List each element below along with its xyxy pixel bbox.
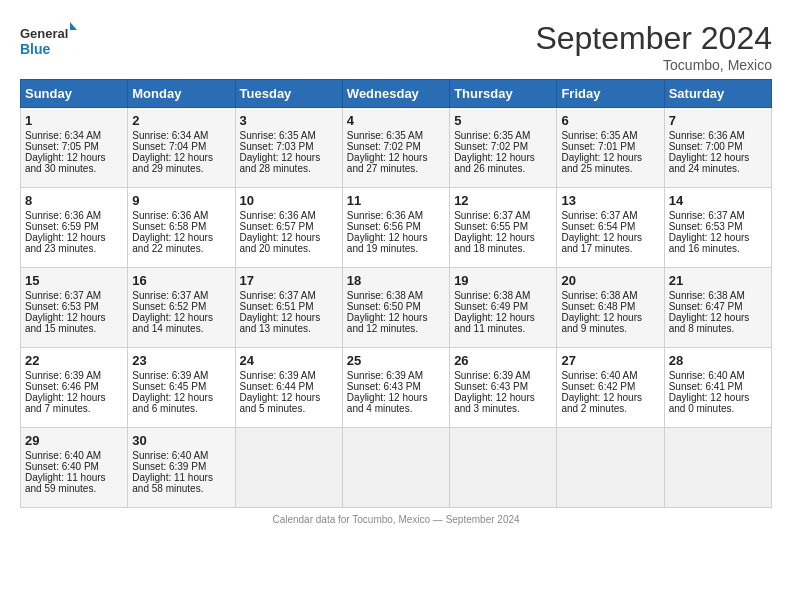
sunrise-label: Sunrise: 6:37 AM [25,290,101,301]
calendar-cell: 24Sunrise: 6:39 AMSunset: 6:44 PMDayligh… [235,348,342,428]
daylight-label: Daylight: 12 hours and 15 minutes. [25,312,106,334]
title-block: September 2024 Tocumbo, Mexico [535,20,772,73]
sunset-label: Sunset: 6:50 PM [347,301,421,312]
day-number: 27 [561,353,659,368]
sunrise-label: Sunrise: 6:38 AM [561,290,637,301]
calendar-cell: 15Sunrise: 6:37 AMSunset: 6:53 PMDayligh… [21,268,128,348]
calendar-cell: 5Sunrise: 6:35 AMSunset: 7:02 PMDaylight… [450,108,557,188]
calendar-cell: 26Sunrise: 6:39 AMSunset: 6:43 PMDayligh… [450,348,557,428]
sunset-label: Sunset: 6:48 PM [561,301,635,312]
calendar-cell: 16Sunrise: 6:37 AMSunset: 6:52 PMDayligh… [128,268,235,348]
sunrise-label: Sunrise: 6:39 AM [25,370,101,381]
sunset-label: Sunset: 6:49 PM [454,301,528,312]
day-number: 28 [669,353,767,368]
location-subtitle: Tocumbo, Mexico [535,57,772,73]
sunset-label: Sunset: 6:46 PM [25,381,99,392]
daylight-label: Daylight: 12 hours and 7 minutes. [25,392,106,414]
sunrise-label: Sunrise: 6:39 AM [347,370,423,381]
calendar-cell: 14Sunrise: 6:37 AMSunset: 6:53 PMDayligh… [664,188,771,268]
calendar-cell: 23Sunrise: 6:39 AMSunset: 6:45 PMDayligh… [128,348,235,428]
daylight-label: Daylight: 12 hours and 17 minutes. [561,232,642,254]
sunset-label: Sunset: 6:45 PM [132,381,206,392]
calendar-cell: 6Sunrise: 6:35 AMSunset: 7:01 PMDaylight… [557,108,664,188]
sunset-label: Sunset: 6:54 PM [561,221,635,232]
daylight-label: Daylight: 11 hours and 58 minutes. [132,472,213,494]
sunrise-label: Sunrise: 6:39 AM [240,370,316,381]
sunset-label: Sunset: 6:56 PM [347,221,421,232]
calendar-cell: 29Sunrise: 6:40 AMSunset: 6:40 PMDayligh… [21,428,128,508]
sunrise-label: Sunrise: 6:34 AM [132,130,208,141]
sunset-label: Sunset: 7:05 PM [25,141,99,152]
day-number: 24 [240,353,338,368]
calendar-cell: 4Sunrise: 6:35 AMSunset: 7:02 PMDaylight… [342,108,449,188]
calendar-cell: 8Sunrise: 6:36 AMSunset: 6:59 PMDaylight… [21,188,128,268]
calendar-cell: 20Sunrise: 6:38 AMSunset: 6:48 PMDayligh… [557,268,664,348]
day-number: 29 [25,433,123,448]
day-number: 4 [347,113,445,128]
calendar-cell [450,428,557,508]
month-title: September 2024 [535,20,772,57]
daylight-label: Daylight: 12 hours and 20 minutes. [240,232,321,254]
sunset-label: Sunset: 7:04 PM [132,141,206,152]
calendar-week-row: 8Sunrise: 6:36 AMSunset: 6:59 PMDaylight… [21,188,772,268]
daylight-label: Daylight: 12 hours and 24 minutes. [669,152,750,174]
day-number: 17 [240,273,338,288]
sunset-label: Sunset: 6:58 PM [132,221,206,232]
calendar-cell: 25Sunrise: 6:39 AMSunset: 6:43 PMDayligh… [342,348,449,428]
calendar-cell: 19Sunrise: 6:38 AMSunset: 6:49 PMDayligh… [450,268,557,348]
sunrise-label: Sunrise: 6:36 AM [25,210,101,221]
svg-text:Blue: Blue [20,41,51,57]
calendar-cell: 30Sunrise: 6:40 AMSunset: 6:39 PMDayligh… [128,428,235,508]
sunrise-label: Sunrise: 6:35 AM [240,130,316,141]
sunrise-label: Sunrise: 6:37 AM [561,210,637,221]
day-number: 7 [669,113,767,128]
sunrise-label: Sunrise: 6:37 AM [669,210,745,221]
daylight-label: Daylight: 12 hours and 12 minutes. [347,312,428,334]
sunrise-label: Sunrise: 6:36 AM [669,130,745,141]
col-tuesday: Tuesday [235,80,342,108]
sunset-label: Sunset: 6:39 PM [132,461,206,472]
daylight-label: Daylight: 12 hours and 6 minutes. [132,392,213,414]
calendar-week-row: 29Sunrise: 6:40 AMSunset: 6:40 PMDayligh… [21,428,772,508]
logo-svg: General Blue [20,20,80,64]
sunrise-label: Sunrise: 6:40 AM [132,450,208,461]
day-number: 16 [132,273,230,288]
col-monday: Monday [128,80,235,108]
calendar-cell: 1Sunrise: 6:34 AMSunset: 7:05 PMDaylight… [21,108,128,188]
day-number: 18 [347,273,445,288]
calendar-cell: 21Sunrise: 6:38 AMSunset: 6:47 PMDayligh… [664,268,771,348]
calendar-cell: 11Sunrise: 6:36 AMSunset: 6:56 PMDayligh… [342,188,449,268]
sunset-label: Sunset: 6:57 PM [240,221,314,232]
sunset-label: Sunset: 6:55 PM [454,221,528,232]
daylight-label: Daylight: 12 hours and 3 minutes. [454,392,535,414]
sunset-label: Sunset: 6:44 PM [240,381,314,392]
sunrise-label: Sunrise: 6:36 AM [347,210,423,221]
calendar-cell [557,428,664,508]
calendar-cell [235,428,342,508]
day-number: 22 [25,353,123,368]
day-number: 23 [132,353,230,368]
col-wednesday: Wednesday [342,80,449,108]
sunrise-label: Sunrise: 6:37 AM [132,290,208,301]
sunset-label: Sunset: 7:02 PM [347,141,421,152]
calendar-week-row: 1Sunrise: 6:34 AMSunset: 7:05 PMDaylight… [21,108,772,188]
sunrise-label: Sunrise: 6:38 AM [669,290,745,301]
sunset-label: Sunset: 6:47 PM [669,301,743,312]
daylight-label: Daylight: 12 hours and 22 minutes. [132,232,213,254]
logo: General Blue [20,20,80,64]
daylight-label: Daylight: 12 hours and 30 minutes. [25,152,106,174]
calendar-week-row: 22Sunrise: 6:39 AMSunset: 6:46 PMDayligh… [21,348,772,428]
day-number: 5 [454,113,552,128]
sunset-label: Sunset: 6:51 PM [240,301,314,312]
calendar-cell: 27Sunrise: 6:40 AMSunset: 6:42 PMDayligh… [557,348,664,428]
sunset-label: Sunset: 6:40 PM [25,461,99,472]
day-number: 10 [240,193,338,208]
footer: Calendar data for Tocumbo, Mexico — Sept… [20,514,772,525]
day-number: 8 [25,193,123,208]
day-number: 21 [669,273,767,288]
sunset-label: Sunset: 7:03 PM [240,141,314,152]
daylight-label: Daylight: 12 hours and 19 minutes. [347,232,428,254]
sunrise-label: Sunrise: 6:40 AM [669,370,745,381]
day-number: 25 [347,353,445,368]
daylight-label: Daylight: 12 hours and 23 minutes. [25,232,106,254]
